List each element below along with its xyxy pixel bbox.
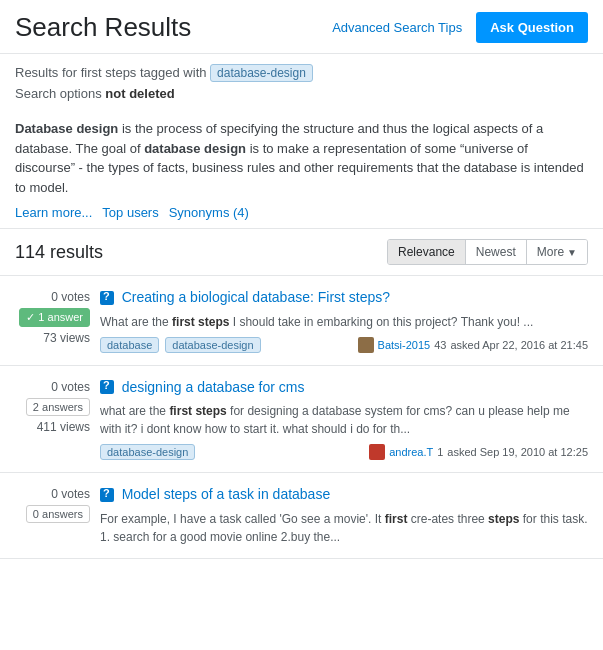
asked-text: asked Apr 22, 2016 at 21:45 <box>450 339 588 351</box>
page-title: Search Results <box>15 12 191 43</box>
user-name: Batsi-2015 <box>378 339 431 351</box>
description-bold-1: Database design <box>15 121 118 136</box>
advanced-search-link[interactable]: Advanced Search Tips <box>332 20 462 35</box>
search-tag-badge[interactable]: database-design <box>210 64 313 82</box>
sort-more-label: More <box>537 245 564 259</box>
sort-newest-button[interactable]: Newest <box>466 240 527 264</box>
user-name: andrea.T <box>389 446 433 458</box>
views-count: 411 views <box>37 420 90 434</box>
table-row: 0 votes 2 answers 411 views designing a … <box>0 366 603 474</box>
user-avatar <box>358 337 374 353</box>
question-icon <box>100 488 114 502</box>
question-list: 0 votes ✓ 1 answer 73 views Creating a b… <box>0 276 603 559</box>
user-rep: 1 <box>437 446 443 458</box>
question-title[interactable]: Model steps of a task in database <box>122 486 331 502</box>
table-row: 0 votes 0 answers Model steps of a task … <box>0 473 603 559</box>
user-meta: andrea.T 1 asked Sep 19, 2010 at 12:25 <box>369 444 588 460</box>
results-bar: 114 results Relevance Newest More ▼ <box>0 229 603 276</box>
search-options-prefix: Search options <box>15 86 102 101</box>
question-title[interactable]: designing a database for cms <box>122 379 305 395</box>
votes-count: 0 votes <box>51 487 90 501</box>
tag-database-design[interactable]: database-design <box>165 337 260 353</box>
header-actions: Advanced Search Tips Ask Question <box>332 12 588 43</box>
search-info: Results for first steps tagged with data… <box>0 54 603 111</box>
search-options-value: not deleted <box>105 86 174 101</box>
results-count: 114 results <box>15 242 103 263</box>
description-links: Learn more... Top users Synonyms (4) <box>15 205 588 220</box>
question-content: designing a database for cms what are th… <box>100 378 588 461</box>
question-stats: 0 votes 2 answers 411 views <box>15 378 90 461</box>
answers-badge: 2 answers <box>26 398 90 416</box>
answers-badge: ✓ 1 answer <box>19 308 90 327</box>
search-options: Search options not deleted <box>15 86 588 101</box>
user-meta: Batsi-2015 43 asked Apr 22, 2016 at 21:4… <box>358 337 588 353</box>
description-block: Database design is the process of specif… <box>0 111 603 229</box>
question-tags-meta: database database-design Batsi-2015 43 a… <box>100 337 588 353</box>
results-for: Results for first steps tagged with data… <box>15 64 588 82</box>
votes-count: 0 votes <box>51 290 90 304</box>
views-count: 73 views <box>43 331 90 345</box>
sort-relevance-button[interactable]: Relevance <box>388 240 466 264</box>
results-for-prefix: Results for first steps tagged with <box>15 65 206 80</box>
asked-text: asked Sep 19, 2010 at 12:25 <box>447 446 588 458</box>
question-stats: 0 votes ✓ 1 answer 73 views <box>15 288 90 353</box>
question-excerpt: what are the first steps for designing a… <box>100 402 588 438</box>
tag-database-design[interactable]: database-design <box>100 444 195 460</box>
question-title[interactable]: Creating a biological database: First st… <box>122 289 390 305</box>
description-text: Database design is the process of specif… <box>15 119 588 197</box>
question-icon <box>100 380 114 394</box>
sort-more-button[interactable]: More ▼ <box>527 240 587 264</box>
description-bold-2: database design <box>144 141 246 156</box>
user-avatar <box>369 444 385 460</box>
table-row: 0 votes ✓ 1 answer 73 views Creating a b… <box>0 276 603 366</box>
chevron-down-icon: ▼ <box>567 247 577 258</box>
top-users-link[interactable]: Top users <box>102 205 158 220</box>
question-icon <box>100 291 114 305</box>
question-title-row: Creating a biological database: First st… <box>100 288 588 308</box>
user-rep: 43 <box>434 339 446 351</box>
learn-more-link[interactable]: Learn more... <box>15 205 92 220</box>
question-excerpt: What are the first steps I should take i… <box>100 313 588 331</box>
sort-buttons: Relevance Newest More ▼ <box>387 239 588 265</box>
votes-count: 0 votes <box>51 380 90 394</box>
synonyms-link[interactable]: Synonyms (4) <box>169 205 249 220</box>
question-content: Model steps of a task in database For ex… <box>100 485 588 546</box>
question-tags-meta: database-design andrea.T 1 asked Sep 19,… <box>100 444 588 460</box>
answers-badge: 0 answers <box>26 505 90 523</box>
question-stats: 0 votes 0 answers <box>15 485 90 546</box>
page-header: Search Results Advanced Search Tips Ask … <box>0 0 603 54</box>
ask-question-button[interactable]: Ask Question <box>476 12 588 43</box>
question-excerpt: For example, I have a task called 'Go se… <box>100 510 588 546</box>
question-title-row: designing a database for cms <box>100 378 588 398</box>
tag-database[interactable]: database <box>100 337 159 353</box>
question-title-row: Model steps of a task in database <box>100 485 588 505</box>
question-content: Creating a biological database: First st… <box>100 288 588 353</box>
